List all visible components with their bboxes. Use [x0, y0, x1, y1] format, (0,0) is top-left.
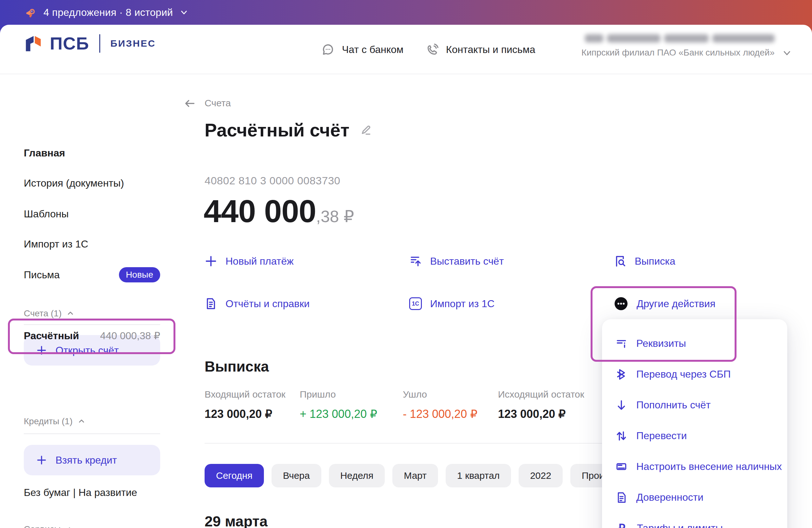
- accounts-section-label: Счета (1): [24, 309, 61, 318]
- account-balance-big: 440 000 ,38 ₽: [204, 193, 354, 229]
- chevron-down-icon[interactable]: [179, 8, 189, 17]
- services-section-header[interactable]: Сервисы: [24, 524, 73, 528]
- stat-value: 123 000,20 ₽: [498, 408, 584, 421]
- contacts-and-letters-label: Контакты и письма: [446, 44, 535, 56]
- statement-search-icon: [614, 255, 626, 268]
- services-section-label: Сервисы: [24, 524, 61, 528]
- chevron-up-icon: [78, 417, 85, 425]
- new-payment-label: Новый платёж: [226, 255, 294, 267]
- statement-button[interactable]: Выписка: [614, 251, 715, 272]
- divider: [24, 433, 160, 434]
- title-row: Расчётный счёт: [205, 119, 372, 141]
- filter-yesterday[interactable]: Вчера: [272, 464, 321, 487]
- stat-outcome: Ушло - 123 000,20 ₽: [403, 389, 498, 421]
- menu-item-label: Перевод через СБП: [636, 368, 731, 380]
- back-arrow-icon[interactable]: [183, 97, 197, 111]
- menu-item-label: Реквизиты: [636, 338, 686, 349]
- invoice-icon: [409, 255, 422, 268]
- chat-with-bank-button[interactable]: Чат с банком: [321, 43, 404, 56]
- stat-income: Пришло + 123 000,20 ₽: [300, 389, 403, 421]
- app-header: ПСБ БИЗНЕС Чат с банком: [0, 25, 812, 74]
- stat-incoming-balance: Входящий остаток 123 000,20 ₽: [205, 389, 300, 421]
- import-1c-label: Импорт из 1С: [430, 298, 494, 310]
- ruble-icon: [615, 522, 628, 528]
- period-filters: Сегодня Вчера Неделя Март 1 квартал 2022…: [205, 464, 640, 487]
- account-actions: Новый платёж Выставить счёт Выписка Отчё…: [205, 251, 715, 314]
- filter-quarter[interactable]: 1 квартал: [446, 464, 511, 487]
- menu-item-requisites[interactable]: Реквизиты: [602, 328, 787, 359]
- sidebar-item-templates[interactable]: Шаблоны: [24, 208, 69, 220]
- account-balance: 440 000,38 ₽: [100, 330, 160, 342]
- stat-label: Исходящий остаток: [498, 389, 584, 400]
- menu-item-tariffs-limits[interactable]: Тарифы и лимиты: [602, 513, 787, 528]
- take-credit-button[interactable]: Взять кредит: [24, 445, 160, 475]
- day-group-header: 29 марта: [205, 513, 268, 528]
- menu-item-label: Настроить внесение наличных: [636, 461, 782, 472]
- statement-label: Выписка: [635, 255, 675, 267]
- logo-text: ПСБ: [50, 33, 89, 54]
- menu-item-label: Тарифы и лимиты: [637, 522, 723, 528]
- reports-icon: [205, 297, 217, 310]
- user-menu-chevron-down-icon[interactable]: [782, 47, 792, 58]
- menu-item-transfer[interactable]: Перевести: [602, 420, 787, 451]
- filter-march[interactable]: Март: [392, 464, 438, 487]
- sidebar-item-credit-products[interactable]: Без бумаг | На развитие: [24, 486, 137, 499]
- psb-logo-mark-icon: [24, 34, 43, 53]
- page-title: Расчётный счёт: [205, 119, 350, 141]
- sidebar-item-letters-label: Письма: [24, 269, 60, 281]
- offers-banner-text: 4 предложения · 8 историй: [43, 7, 173, 18]
- sidebar-item-letters[interactable]: Письма Новые: [24, 267, 160, 282]
- psb-logo[interactable]: ПСБ БИЗНЕС: [24, 33, 156, 54]
- stat-label: Ушло: [403, 389, 498, 400]
- offers-banner-content[interactable]: 4 предложения · 8 историй: [24, 0, 189, 25]
- filter-week[interactable]: Неделя: [329, 464, 385, 487]
- chevron-up-icon: [67, 310, 74, 317]
- sidebar-item-main[interactable]: Главная: [24, 147, 65, 159]
- breadcrumb[interactable]: Счета: [205, 98, 231, 109]
- menu-item-label: Пополнить счёт: [636, 399, 710, 411]
- filter-2022[interactable]: 2022: [519, 464, 563, 487]
- logo-subtext: БИЗНЕС: [111, 38, 156, 49]
- account-number: 40802 810 3 0000 0083730: [205, 174, 340, 187]
- more-actions-button[interactable]: Другие действия: [614, 293, 715, 314]
- credits-section-label: Кредиты (1): [24, 416, 73, 427]
- user-name-redacted: [581, 34, 774, 43]
- menu-item-top-up[interactable]: Пополнить счёт: [602, 390, 787, 420]
- edit-pencil-icon[interactable]: [359, 124, 372, 137]
- logo-divider: [99, 34, 100, 53]
- reports-button[interactable]: Отчёты и справки: [205, 293, 409, 314]
- stat-outgoing-balance: Исходящий остаток 123 000,20 ₽: [498, 389, 584, 421]
- stat-label: Пришло: [300, 389, 403, 400]
- transfer-arrows-icon: [615, 430, 627, 442]
- menu-item-sbp-transfer[interactable]: Перевод через СБП: [602, 359, 787, 390]
- stat-value: + 123 000,20 ₽: [300, 408, 403, 421]
- sbp-icon: [615, 368, 627, 381]
- accounts-section-header[interactable]: Счета (1): [24, 309, 74, 318]
- content-sheet: ПСБ БИЗНЕС Чат с банком: [0, 25, 812, 528]
- more-actions-label: Другие действия: [637, 298, 715, 310]
- menu-item-cash-deposit[interactable]: Настроить внесение наличных: [602, 451, 787, 482]
- issue-invoice-button[interactable]: Выставить счёт: [409, 251, 614, 272]
- bank-branch-label: Кипрский филиал ПАО «Банк сильных людей»: [581, 47, 774, 58]
- user-menu[interactable]: Кипрский филиал ПАО «Банк сильных людей»: [581, 34, 774, 58]
- sidebar-item-import-1c[interactable]: Импорт из 1С: [24, 238, 88, 251]
- statement-section-title: Выписка: [205, 358, 269, 375]
- cash-icon: [615, 461, 627, 473]
- filter-today[interactable]: Сегодня: [205, 464, 264, 487]
- document-icon: [615, 491, 627, 503]
- chat-with-bank-label: Чат с банком: [342, 44, 404, 56]
- menu-item-power-of-attorney[interactable]: Доверенности: [602, 482, 787, 513]
- contacts-and-letters-button[interactable]: Контакты и письма: [425, 43, 535, 56]
- plus-icon: [36, 454, 47, 466]
- account-name: Расчётный: [24, 330, 79, 342]
- new-payment-button[interactable]: Новый платёж: [205, 251, 409, 272]
- sidebar-account-row[interactable]: Расчётный 440 000,38 ₽: [24, 321, 160, 350]
- stat-value: 123 000,20 ₽: [205, 408, 300, 421]
- import-1c-button[interactable]: Импорт из 1С: [409, 293, 614, 314]
- sidebar-item-history[interactable]: История (документы): [24, 177, 124, 189]
- credits-section-header[interactable]: Кредиты (1): [24, 416, 85, 427]
- menu-item-label: Доверенности: [636, 491, 704, 503]
- psb-business-app: 4 предложения · 8 историй ПСБ БИЗ: [0, 0, 812, 528]
- more-actions-menu: Реквизиты Перевод через СБП Пополнить сч…: [602, 319, 787, 528]
- issue-invoice-label: Выставить счёт: [430, 255, 504, 267]
